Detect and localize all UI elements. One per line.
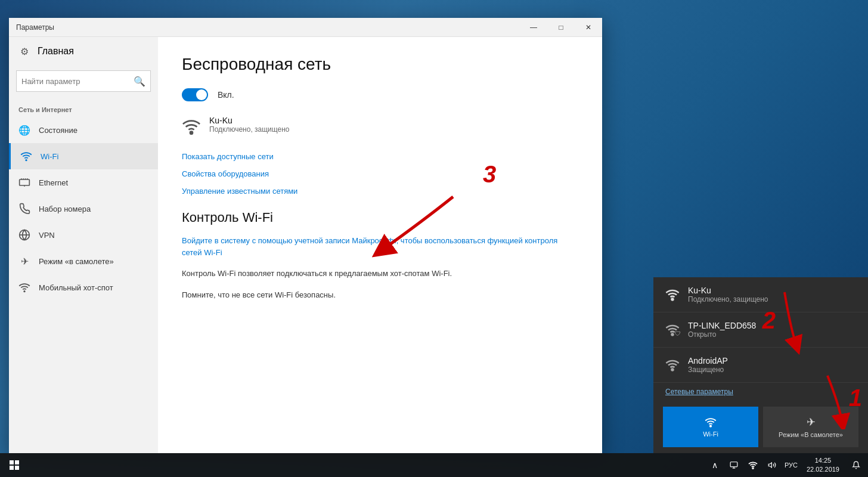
kuku-name: Ku-Ku: [688, 286, 768, 295]
svg-point-15: [752, 467, 754, 469]
sidebar-item-airplane[interactable]: ✈ Режим «в самолете»: [9, 248, 158, 274]
search-icon: 🔍: [134, 76, 145, 87]
wifi-button-label: Wi-Fi: [703, 430, 718, 438]
sidebar-item-ethernet[interactable]: Ethernet: [9, 169, 158, 196]
svg-point-6: [672, 299, 674, 301]
ethernet-icon: [18, 176, 30, 188]
wifi-action-button[interactable]: Wi-Fi: [663, 407, 758, 447]
network-status: Подключено, защищено: [209, 125, 290, 134]
network-info: Ku-Ku Подключено, защищено: [209, 116, 290, 134]
sidebar: ⚙ Главная 🔍 Сеть и Интернет 🌐 Состояние: [9, 37, 158, 453]
sidebar-item-label: Ethernet: [39, 178, 68, 187]
network-settings-link[interactable]: Сетевые параметры: [653, 383, 868, 401]
airplane-action-button[interactable]: ✈ Режим «В самолете»: [763, 407, 858, 447]
svg-point-8: [672, 369, 674, 371]
connected-wifi-icon: [182, 117, 201, 140]
flyout-network-androidap[interactable]: AndroidAP Защищено: [653, 348, 868, 383]
wifi-icon: [20, 150, 32, 162]
close-button[interactable]: ✕: [575, 18, 602, 37]
flyout-actions: Wi-Fi ✈ Режим «В самолете»: [653, 401, 868, 453]
network-name: Ku-Ku: [209, 116, 290, 125]
shield-icon: 🛡: [675, 330, 681, 337]
taskbar-left: [0, 453, 29, 477]
svg-rect-10: [10, 460, 14, 464]
tray-volume-icon[interactable]: [764, 453, 780, 477]
sidebar-item-label: Мобильный хот-спот: [39, 283, 113, 292]
airplane-icon: ✈: [807, 416, 816, 429]
sidebar-item-vpn[interactable]: VPN: [9, 222, 158, 248]
taskbar-right: ∧: [706, 453, 868, 477]
svg-rect-1: [20, 179, 30, 185]
home-label: Главная: [38, 46, 74, 57]
status-icon: 🌐: [18, 124, 30, 136]
androidap-name: AndroidAP: [688, 356, 728, 366]
svg-rect-12: [10, 466, 14, 470]
sidebar-item-wifi[interactable]: Wi-Fi: [9, 143, 158, 169]
hotspot-icon: [18, 281, 30, 293]
maximize-button[interactable]: □: [547, 18, 575, 37]
window-controls: — □ ✕: [520, 18, 602, 37]
clock-time: 14:25: [815, 456, 832, 465]
sidebar-item-hotspot[interactable]: Мобильный хот-спот: [9, 274, 158, 301]
sidebar-home-button[interactable]: ⚙ Главная: [9, 37, 158, 66]
description2: Помните, что не все сети Wi-Fi безопасны…: [182, 289, 578, 301]
sidebar-search-area: 🔍: [9, 66, 158, 97]
taskbar: ∧: [0, 453, 868, 477]
network-flyout: Ku-Ku Подключено, защищено 🛡 TP-LINK_EDD…: [653, 277, 868, 453]
window-body: ⚙ Главная 🔍 Сеть и Интернет 🌐 Состояние: [9, 37, 602, 453]
svg-point-7: [672, 334, 674, 336]
airplane-button-label: Режим «В самолете»: [779, 431, 843, 438]
androidap-info: AndroidAP Защищено: [688, 356, 728, 374]
androidap-wifi-icon: [665, 358, 680, 372]
search-box[interactable]: 🔍: [16, 70, 151, 92]
svg-marker-16: [768, 463, 771, 467]
wifi-control-title: Контроль Wi-Fi: [182, 210, 578, 225]
flyout-network-tplink[interactable]: 🛡 TP-LINK_EDD658 Открыто: [653, 312, 868, 348]
minimize-button[interactable]: —: [520, 18, 547, 37]
wifi-toggle[interactable]: [182, 88, 208, 101]
tray-wifi-icon[interactable]: [745, 453, 761, 477]
tplink-status: Открыто: [688, 330, 756, 339]
hardware-props-link[interactable]: Свойства оборудования: [182, 169, 578, 178]
show-networks-link[interactable]: Показать доступные сети: [182, 152, 578, 161]
toggle-label: Вкл.: [218, 90, 234, 100]
dialup-icon: [18, 203, 30, 215]
tray-monitor-icon[interactable]: [726, 453, 742, 477]
toggle-row: Вкл.: [182, 88, 578, 101]
manage-networks-link[interactable]: Управление известными сетями: [182, 187, 578, 196]
svg-rect-11: [15, 460, 19, 464]
clock-date: 22.02.2019: [807, 465, 839, 474]
notification-button[interactable]: [847, 453, 866, 477]
androidap-status: Защищено: [688, 366, 728, 374]
sidebar-item-label: Wi-Fi: [41, 152, 58, 161]
airplane-icon: ✈: [18, 255, 30, 267]
page-title: Беспроводная сеть: [182, 55, 578, 74]
sidebar-item-label: Набор номера: [39, 205, 91, 213]
sidebar-item-status[interactable]: 🌐 Состояние: [9, 117, 158, 143]
sidebar-section-label: Сеть и Интернет: [9, 97, 158, 117]
flyout-network-kuku[interactable]: Ku-Ku Подключено, защищено: [653, 277, 868, 312]
vpn-icon: [18, 229, 30, 241]
description1: Контроль Wi-Fi позволяет подключаться к …: [182, 268, 578, 280]
desktop: Параметры — □ ✕ ⚙ Главная 🔍: [0, 0, 868, 477]
main-content: Беспроводная сеть Вкл.: [158, 37, 602, 453]
tray-expand-icon[interactable]: ∧: [706, 453, 723, 477]
tray-language-icon[interactable]: РУС: [783, 453, 799, 477]
home-icon: ⚙: [18, 45, 30, 57]
settings-window: Параметры — □ ✕ ⚙ Главная 🔍: [9, 18, 602, 453]
window-titlebar: Параметры — □ ✕: [9, 18, 602, 37]
sidebar-item-dialup[interactable]: Набор номера: [9, 196, 158, 222]
wifi-control-link[interactable]: Войдите в систему с помощью учетной запи…: [182, 235, 578, 258]
svg-rect-13: [15, 466, 19, 470]
kuku-info: Ku-Ku Подключено, защищено: [688, 286, 768, 303]
tplink-info: TP-LINK_EDD658 Открыто: [688, 321, 756, 339]
kuku-wifi-icon: [665, 287, 680, 302]
svg-point-9: [710, 425, 712, 427]
start-button[interactable]: [0, 453, 29, 477]
tplink-name: TP-LINK_EDD658: [688, 321, 756, 330]
svg-point-0: [26, 160, 27, 161]
svg-rect-14: [730, 462, 737, 467]
clock[interactable]: 14:25 22.02.2019: [802, 453, 844, 477]
window-title: Параметры: [16, 23, 54, 32]
search-input[interactable]: [21, 77, 129, 86]
